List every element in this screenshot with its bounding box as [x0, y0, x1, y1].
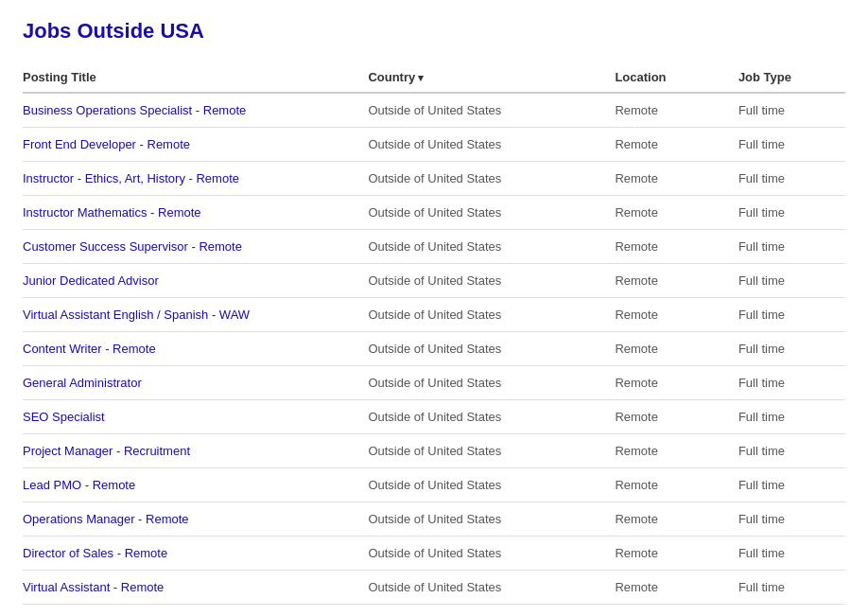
col-header-title: Posting Title	[23, 62, 368, 93]
table-header-row: Posting Title Country Location Job Type	[23, 62, 845, 93]
job-location-cell: Remote	[615, 230, 738, 264]
job-type-cell: Full time	[738, 605, 845, 617]
table-row: Instructor - Ethics, Art, History - Remo…	[23, 162, 845, 196]
job-type-cell: Full time	[738, 434, 845, 468]
job-country-cell: Outside of United States	[368, 605, 615, 617]
table-row: Director of Sales - RemoteOutside of Uni…	[23, 537, 845, 571]
job-title-cell: Content Writer - Remote	[23, 332, 368, 366]
job-title-link[interactable]: Director of Sales - Remote	[23, 546, 167, 560]
job-title-cell: Business Operations Specialist - Remote	[23, 93, 368, 128]
job-location-cell: Remote	[615, 93, 738, 128]
table-row: Virtual Assistant Marketing - RemoteOuts…	[23, 605, 845, 617]
job-location-cell: Remote	[615, 400, 738, 434]
job-title-cell: Project Manager - Recruitment	[23, 434, 368, 468]
job-title-cell: Director of Sales - Remote	[23, 537, 368, 571]
job-country-cell: Outside of United States	[368, 93, 615, 128]
table-row: Business Operations Specialist - RemoteO…	[23, 93, 845, 128]
job-title-link[interactable]: Junior Dedicated Advisor	[23, 273, 159, 288]
job-location-cell: Remote	[615, 332, 738, 366]
job-title-link[interactable]: Operations Manager - Remote	[23, 512, 189, 526]
job-type-cell: Full time	[738, 93, 845, 128]
col-header-location: Location	[615, 62, 738, 93]
job-country-cell: Outside of United States	[368, 502, 615, 537]
job-title-cell: Lead PMO - Remote	[23, 468, 368, 502]
job-type-cell: Full time	[738, 537, 845, 571]
table-row: Lead PMO - RemoteOutside of United State…	[23, 468, 845, 502]
job-type-cell: Full time	[738, 196, 845, 230]
job-location-cell: Remote	[615, 502, 738, 537]
job-location-cell: Remote	[615, 468, 738, 502]
job-location-cell: Remote	[615, 298, 738, 332]
job-country-cell: Outside of United States	[368, 537, 615, 571]
job-type-cell: Full time	[738, 332, 845, 366]
job-location-cell: Remote	[615, 434, 738, 468]
job-title-link[interactable]: Instructor - Ethics, Art, History - Remo…	[23, 171, 239, 185]
job-type-cell: Full time	[738, 264, 845, 298]
job-title-cell: Junior Dedicated Advisor	[23, 264, 368, 298]
job-location-cell: Remote	[615, 264, 738, 298]
page-title: Jobs Outside USA	[23, 19, 845, 44]
table-row: Project Manager - RecruitmentOutside of …	[23, 434, 845, 468]
job-type-cell: Full time	[738, 366, 845, 400]
job-country-cell: Outside of United States	[368, 434, 615, 468]
job-title-cell: SEO Specialist	[23, 400, 368, 434]
job-type-cell: Full time	[738, 468, 845, 502]
job-type-cell: Full time	[738, 400, 845, 434]
table-row: Virtual Assistant English / Spanish - WA…	[23, 298, 845, 332]
job-title-link[interactable]: SEO Specialist	[23, 410, 105, 424]
job-location-cell: Remote	[615, 196, 738, 230]
table-row: Content Writer - RemoteOutside of United…	[23, 332, 845, 366]
job-country-cell: Outside of United States	[368, 264, 615, 298]
job-title-link[interactable]: Virtual Assistant - Remote	[23, 580, 164, 594]
job-title-cell: Instructor - Ethics, Art, History - Remo…	[23, 162, 368, 196]
job-type-cell: Full time	[738, 128, 845, 162]
job-title-link[interactable]: Lead PMO - Remote	[23, 478, 135, 492]
job-country-cell: Outside of United States	[368, 162, 615, 196]
job-location-cell: Remote	[615, 162, 738, 196]
job-title-link[interactable]: Front End Developer - Remote	[23, 137, 190, 151]
job-title-cell: Customer Success Supervisor - Remote	[23, 230, 368, 264]
job-country-cell: Outside of United States	[368, 571, 615, 605]
table-row: Instructor Mathematics - RemoteOutside o…	[23, 196, 845, 230]
job-type-cell: Full time	[738, 162, 845, 196]
job-title-cell: Virtual Assistant Marketing - Remote	[23, 605, 368, 617]
job-country-cell: Outside of United States	[368, 298, 615, 332]
job-title-cell: General Administrator	[23, 366, 368, 400]
job-title-link[interactable]: Instructor Mathematics - Remote	[23, 205, 201, 220]
job-country-cell: Outside of United States	[368, 468, 615, 502]
job-location-cell: Remote	[615, 605, 738, 617]
job-type-cell: Full time	[738, 571, 845, 605]
job-title-link[interactable]: Business Operations Specialist - Remote	[23, 103, 246, 117]
job-title-link[interactable]: Virtual Assistant English / Spanish - WA…	[23, 308, 250, 322]
jobs-table: Posting Title Country Location Job Type …	[23, 62, 845, 616]
job-title-link[interactable]: General Administrator	[23, 376, 142, 390]
table-row: General AdministratorOutside of United S…	[23, 366, 845, 400]
job-location-cell: Remote	[615, 366, 738, 400]
job-country-cell: Outside of United States	[368, 400, 615, 434]
job-type-cell: Full time	[738, 230, 845, 264]
job-country-cell: Outside of United States	[368, 128, 615, 162]
job-title-cell: Operations Manager - Remote	[23, 502, 368, 537]
table-row: SEO SpecialistOutside of United StatesRe…	[23, 400, 845, 434]
job-location-cell: Remote	[615, 128, 738, 162]
job-country-cell: Outside of United States	[368, 230, 615, 264]
job-title-link[interactable]: Content Writer - Remote	[23, 342, 156, 356]
table-row: Customer Success Supervisor - RemoteOuts…	[23, 230, 845, 264]
job-location-cell: Remote	[615, 571, 738, 605]
col-header-jobtype: Job Type	[738, 62, 845, 93]
job-location-cell: Remote	[615, 537, 738, 571]
job-country-cell: Outside of United States	[368, 196, 615, 230]
job-title-link[interactable]: Project Manager - Recruitment	[23, 444, 190, 458]
job-country-cell: Outside of United States	[368, 366, 615, 400]
table-row: Front End Developer - RemoteOutside of U…	[23, 128, 845, 162]
table-row: Virtual Assistant - RemoteOutside of Uni…	[23, 571, 845, 605]
col-header-country[interactable]: Country	[368, 62, 615, 93]
table-row: Junior Dedicated AdvisorOutside of Unite…	[23, 264, 845, 298]
job-type-cell: Full time	[738, 298, 845, 332]
job-title-cell: Front End Developer - Remote	[23, 128, 368, 162]
job-title-cell: Instructor Mathematics - Remote	[23, 196, 368, 230]
job-title-cell: Virtual Assistant - Remote	[23, 571, 368, 605]
job-country-cell: Outside of United States	[368, 332, 615, 366]
table-row: Operations Manager - RemoteOutside of Un…	[23, 502, 845, 537]
job-title-link[interactable]: Customer Success Supervisor - Remote	[23, 239, 242, 254]
